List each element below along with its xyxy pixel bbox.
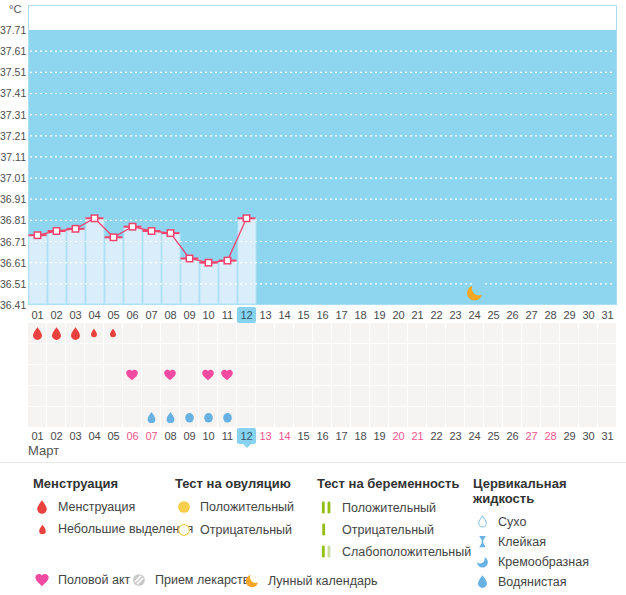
day-label-07[interactable]: 07 [142,307,161,323]
event-cell-r4-d11[interactable] [218,407,237,428]
day-label-27[interactable]: 27 [522,307,541,323]
event-cell-r0-d16[interactable] [313,323,332,344]
event-cell-r2-d2[interactable] [47,365,66,386]
event-cell-r0-d28[interactable] [541,323,560,344]
event-cell-r0-d27[interactable] [522,323,541,344]
day-label-28[interactable]: 28 [541,428,560,444]
event-cell-r0-d10[interactable] [199,323,218,344]
day-label-24[interactable]: 24 [465,428,484,444]
event-cell-r0-d5[interactable] [104,323,123,344]
event-cell-r3-d28[interactable] [541,386,560,407]
event-cell-r4-d28[interactable] [541,407,560,428]
day-label-31[interactable]: 31 [598,428,617,444]
day-label-24[interactable]: 24 [465,307,484,323]
day-label-12[interactable]: 12 [237,307,256,323]
event-cell-r1-d23[interactable] [446,344,465,365]
event-cell-r3-d2[interactable] [47,386,66,407]
event-cell-r4-d29[interactable] [560,407,579,428]
event-cell-r1-d9[interactable] [180,344,199,365]
event-cell-r1-d22[interactable] [427,344,446,365]
event-cell-r3-d30[interactable] [579,386,598,407]
event-cell-r4-d21[interactable] [408,407,427,428]
event-cell-r4-d9[interactable] [180,407,199,428]
event-cell-r3-d1[interactable] [28,386,47,407]
event-cell-r4-d22[interactable] [427,407,446,428]
event-cell-r1-d26[interactable] [503,344,522,365]
day-label-03[interactable]: 03 [66,428,85,444]
event-cell-r2-d23[interactable] [446,365,465,386]
day-label-02[interactable]: 02 [47,428,66,444]
event-cell-r3-d3[interactable] [66,386,85,407]
day-label-04[interactable]: 04 [85,428,104,444]
event-cell-r2-d9[interactable] [180,365,199,386]
event-cell-r1-d24[interactable] [465,344,484,365]
day-label-23[interactable]: 23 [446,307,465,323]
event-cell-r2-d14[interactable] [275,365,294,386]
event-cell-r3-d31[interactable] [598,386,617,407]
event-cell-r4-d20[interactable] [389,407,408,428]
event-cell-r1-d1[interactable] [28,344,47,365]
day-label-28[interactable]: 28 [541,307,560,323]
event-cell-r3-d16[interactable] [313,386,332,407]
event-cell-r4-d2[interactable] [47,407,66,428]
day-label-12[interactable]: 12 [237,428,256,444]
event-cell-r1-d17[interactable] [332,344,351,365]
event-cell-r3-d19[interactable] [370,386,389,407]
event-cell-r4-d31[interactable] [598,407,617,428]
day-label-17[interactable]: 17 [332,428,351,444]
event-cell-r1-d14[interactable] [275,344,294,365]
event-cell-r0-d20[interactable] [389,323,408,344]
event-cell-r2-d15[interactable] [294,365,313,386]
day-label-31[interactable]: 31 [598,307,617,323]
event-cell-r0-d11[interactable] [218,323,237,344]
day-label-21[interactable]: 21 [408,428,427,444]
event-cell-r1-d10[interactable] [199,344,218,365]
event-cell-r0-d4[interactable] [85,323,104,344]
day-label-30[interactable]: 30 [579,428,598,444]
day-label-09[interactable]: 09 [180,307,199,323]
day-label-04[interactable]: 04 [85,307,104,323]
event-cell-r2-d11[interactable] [218,365,237,386]
day-label-15[interactable]: 15 [294,307,313,323]
event-cell-r1-d31[interactable] [598,344,617,365]
event-cell-r3-d12[interactable] [237,386,256,407]
event-cell-r0-d19[interactable] [370,323,389,344]
event-cell-r0-d1[interactable] [28,323,47,344]
day-label-16[interactable]: 16 [313,428,332,444]
event-cell-r3-d24[interactable] [465,386,484,407]
event-cell-r2-d13[interactable] [256,365,275,386]
event-cell-r4-d5[interactable] [104,407,123,428]
event-cell-r2-d12[interactable] [237,365,256,386]
event-cell-r3-d15[interactable] [294,386,313,407]
event-cell-r3-d4[interactable] [85,386,104,407]
day-label-05[interactable]: 05 [104,428,123,444]
day-label-02[interactable]: 02 [47,307,66,323]
event-cell-r4-d18[interactable] [351,407,370,428]
event-cell-r2-d5[interactable] [104,365,123,386]
event-cell-r4-d3[interactable] [66,407,85,428]
event-cell-r0-d6[interactable] [123,323,142,344]
day-label-10[interactable]: 10 [199,307,218,323]
day-label-22[interactable]: 22 [427,307,446,323]
event-cell-r2-d26[interactable] [503,365,522,386]
event-cell-r0-d14[interactable] [275,323,294,344]
event-cell-r4-d12[interactable] [237,407,256,428]
event-cell-r3-d5[interactable] [104,386,123,407]
event-cell-r1-d21[interactable] [408,344,427,365]
event-cell-r3-d27[interactable] [522,386,541,407]
event-cell-r4-d17[interactable] [332,407,351,428]
event-cell-r1-d4[interactable] [85,344,104,365]
event-cell-r3-d9[interactable] [180,386,199,407]
day-label-19[interactable]: 19 [370,307,389,323]
event-cell-r2-d7[interactable] [142,365,161,386]
day-label-06[interactable]: 06 [123,428,142,444]
day-label-18[interactable]: 18 [351,307,370,323]
event-cell-r0-d7[interactable] [142,323,161,344]
event-cell-r0-d12[interactable] [237,323,256,344]
day-label-16[interactable]: 16 [313,307,332,323]
event-cell-r2-d3[interactable] [66,365,85,386]
event-cell-r3-d23[interactable] [446,386,465,407]
event-cell-r2-d17[interactable] [332,365,351,386]
event-cell-r3-d8[interactable] [161,386,180,407]
event-cell-r0-d15[interactable] [294,323,313,344]
